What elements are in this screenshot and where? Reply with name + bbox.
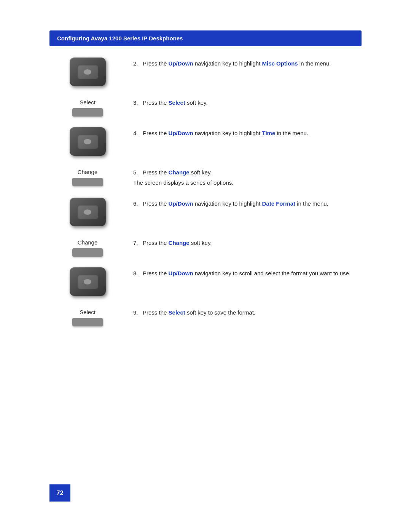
step-6-bold2: Date Format	[262, 200, 296, 207]
step-3-icon-col: Select	[49, 97, 126, 117]
step-3-label: Select	[80, 99, 96, 105]
step-7-text: 7. Press the Change soft key.	[126, 237, 362, 249]
step-6-mid: navigation key to highlight	[193, 200, 262, 207]
step-5-pre: Press the	[143, 169, 169, 176]
step-6-group: 6. Press the Up/Down navigation key to h…	[49, 198, 362, 226]
step-2-mid: navigation key to highlight	[193, 60, 262, 67]
step-6-text: 6. Press the Up/Down navigation key to h…	[126, 198, 362, 210]
soft-key-select-2	[72, 318, 103, 326]
step-num-8: 8.	[133, 270, 141, 276]
step-9-group: Select 9. Press the Select soft key to s…	[49, 307, 362, 326]
step-5-extra: The screen displays a series of options.	[133, 179, 362, 187]
soft-key-change-2	[72, 248, 103, 257]
step-4-bold1: Up/Down	[169, 130, 193, 136]
step-num-6: 6.	[133, 200, 141, 207]
step-5-text: 5. Press the Change soft key. The screen…	[126, 166, 362, 187]
step-7-group: Change 7. Press the Change soft key.	[49, 237, 362, 257]
step-2-bold2: Misc Options	[262, 60, 298, 67]
step-9-post: soft key to save the format.	[185, 309, 255, 316]
step-num-3: 3.	[133, 99, 141, 106]
step-8-group: 8. Press the Up/Down navigation key to s…	[49, 267, 362, 296]
step-num-7: 7.	[133, 240, 141, 246]
step-9-pre: Press the	[143, 309, 169, 316]
step-9-text: 9. Press the Select soft key to save the…	[126, 307, 362, 319]
step-3-text: 3. Press the Select soft key.	[126, 97, 362, 109]
nav-key-center	[84, 69, 91, 75]
step-6-pre: Press the	[143, 200, 169, 207]
step-6-post: in the menu.	[295, 200, 328, 207]
step-num-5: 5.	[133, 169, 141, 176]
step-3-pre: Press the	[143, 99, 169, 106]
step-4-mid: navigation key to highlight	[193, 130, 262, 136]
step-5-label: Change	[78, 169, 98, 175]
nav-key-center-3	[84, 209, 91, 215]
step-6-icon-col	[49, 198, 126, 226]
step-num-9: 9.	[133, 309, 141, 316]
step-5-post: soft key.	[190, 169, 212, 176]
step-8-post: navigation key to scroll and select the …	[193, 270, 351, 276]
soft-key-select-1	[72, 108, 103, 117]
step-5-bold1: Change	[169, 169, 190, 176]
step-num-4: 4.	[133, 130, 141, 136]
nav-key-inner-4	[77, 275, 98, 289]
step-6-bold1: Up/Down	[169, 200, 193, 207]
step-5-group: Change 5. Press the Change soft key. The…	[49, 166, 362, 187]
header-title: Configuring Avaya 1200 Series IP Deskpho…	[57, 35, 183, 42]
step-num-2: 2.	[133, 60, 141, 67]
step-5-icon-col: Change	[49, 166, 126, 186]
content-area: 2. Press the Up/Down navigation key to h…	[49, 58, 362, 326]
step-2-post: in the menu.	[298, 60, 331, 67]
step-9-icon-col: Select	[49, 307, 126, 326]
page-number: 72	[57, 490, 64, 497]
step-4-icon-col	[49, 127, 126, 156]
nav-key-center-2	[84, 139, 91, 144]
page-header: Configuring Avaya 1200 Series IP Deskpho…	[49, 30, 362, 46]
step-9-label: Select	[80, 309, 96, 315]
step-9-bold1: Select	[169, 309, 185, 316]
step-8-pre: Press the	[143, 270, 169, 276]
step-7-bold1: Change	[169, 240, 190, 246]
page-number-box: 72	[49, 484, 70, 502]
step-7-label: Change	[78, 239, 98, 246]
step-7-pre: Press the	[143, 240, 169, 246]
step-7-post: soft key.	[190, 240, 212, 246]
step-2-group: 2. Press the Up/Down navigation key to h…	[49, 58, 362, 86]
step-3-post: soft key.	[185, 99, 208, 106]
step-7-icon-col: Change	[49, 237, 126, 257]
step-4-group: 4. Press the Up/Down navigation key to h…	[49, 127, 362, 156]
step-8-icon-col	[49, 267, 126, 296]
nav-key-inner-3	[77, 205, 98, 219]
step-4-pre: Press the	[143, 130, 169, 136]
step-2-pre: Press the	[143, 60, 169, 67]
step-2-icon-col	[49, 58, 126, 86]
nav-key-inner-2	[77, 134, 98, 149]
nav-key-icon-3	[70, 198, 106, 226]
step-4-bold2: Time	[262, 130, 276, 136]
soft-key-change-1	[72, 178, 103, 186]
nav-key-center-4	[84, 279, 91, 284]
nav-key-icon	[70, 58, 106, 86]
nav-key-inner	[77, 65, 98, 79]
step-3-group: Select 3. Press the Select soft key.	[49, 97, 362, 117]
step-2-text: 2. Press the Up/Down navigation key to h…	[126, 58, 362, 70]
step-4-post: in the menu.	[275, 130, 308, 136]
step-3-bold1: Select	[169, 99, 185, 106]
nav-key-icon-4	[70, 267, 106, 296]
nav-key-icon-2	[70, 127, 106, 156]
step-8-text: 8. Press the Up/Down navigation key to s…	[126, 267, 362, 280]
step-2-bold1: Up/Down	[169, 60, 193, 67]
step-4-text: 4. Press the Up/Down navigation key to h…	[126, 127, 362, 139]
step-8-bold1: Up/Down	[169, 270, 193, 276]
